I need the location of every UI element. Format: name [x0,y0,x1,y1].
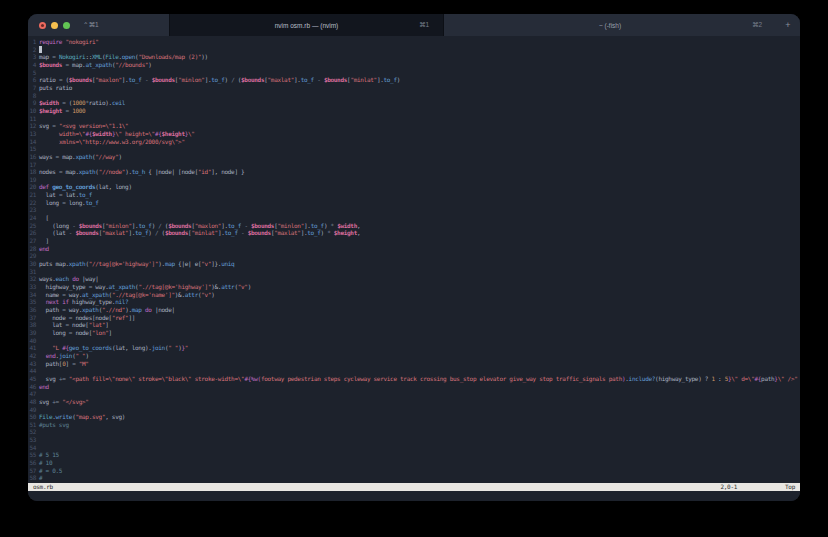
line-number: 10 [28,107,36,115]
line-number: 49 [28,406,36,414]
tab-nvim[interactable]: nvim osm.rb — (nvim) ⌘1 [170,14,443,36]
code-line: 37 node = nodes[node["ref"]] [28,314,800,322]
code-line: 46end [28,383,800,391]
line-number: 17 [28,161,36,169]
code-line: 41 "L #{geo_to_coords(lat, long).join(" … [28,344,800,352]
line-number: 35 [28,298,36,306]
line-number: 50 [28,413,36,421]
line-number: 57 [28,467,36,475]
code-line: 39 long = node["lon"] [28,329,800,337]
code-line: 45 svg += "<path fill=\"none\" stroke=\"… [28,375,800,383]
line-number: 14 [28,138,36,146]
code-line: 34 name = way.at_xpath(".//tag[@k='name'… [28,291,800,299]
tab-shortcut-label: ⌘2 [752,21,762,29]
line-number: 46 [28,383,36,391]
line-number: 18 [28,168,36,176]
close-window-button[interactable] [39,22,46,29]
code-line: 28end [28,245,800,253]
code-line: 27 ] [28,237,800,245]
line-number: 43 [28,360,36,368]
code-line: 14 xmlns=\"http://www.w3.org/2000/svg\">… [28,138,800,146]
text-cursor [39,46,42,53]
code-line: 43 path[0] = "M" [28,360,800,368]
code-line: 3map = Nokogiri::XML(File.open("Download… [28,53,800,61]
terminal-window: ⌃⌘1 nvim osm.rb — (nvim) ⌘1 ~ (-fish) ⌘2… [28,14,800,501]
tab-fish[interactable]: ~ (-fish) ⌘2 [443,14,776,36]
line-number: 11 [28,115,36,123]
vim-command-line[interactable] [28,491,800,501]
code-editor[interactable]: 1require "nokogiri"2 3map = Nokogiri::XM… [28,36,800,483]
statusline-scroll-indicator: Top [785,483,795,491]
line-number: 44 [28,367,36,375]
code-line: 22 long = long.to_f [28,199,800,207]
code-line: 16ways = map.xpath("//way") [28,153,800,161]
code-line: 1require "nokogiri" [28,38,800,46]
minimize-window-button[interactable] [51,22,58,29]
line-number: 51 [28,421,36,429]
code-line: 5 [28,69,800,77]
line-number: 36 [28,306,36,314]
code-line: 29 [28,252,800,260]
line-number: 37 [28,314,36,322]
line-number: 47 [28,390,36,398]
line-number: 28 [28,245,36,253]
line-number: 6 [28,76,36,84]
line-number: 13 [28,130,36,138]
code-line: 10$height = 1000 [28,107,800,115]
line-number: 24 [28,214,36,222]
code-line: 58# [28,474,800,482]
statusline-filename: osm.rb [33,483,53,491]
zoom-window-button[interactable] [63,22,70,29]
code-line: 2 [28,46,800,54]
code-line: 7puts ratio [28,84,800,92]
line-number: 55 [28,451,36,459]
code-line: 18nodes = map.xpath("//node").to_h { |no… [28,168,800,176]
code-line: 57# = 0.5 [28,467,800,475]
code-line: 26 (lat - $bounds["maxlat"].to_f) / ($bo… [28,229,800,237]
code-line: 30puts map.xpath("//tag[@k='highway']").… [28,260,800,268]
line-number: 2 [28,46,36,54]
code-line: 52 [28,428,800,436]
code-line: 47 [28,390,800,398]
tab-bar: ⌃⌘1 nvim osm.rb — (nvim) ⌘1 ~ (-fish) ⌘2… [28,14,800,36]
line-number: 31 [28,268,36,276]
code-line: 21 lat = lat.to_f [28,191,800,199]
code-line: 54 [28,444,800,452]
line-number: 1 [28,38,36,46]
line-number: 20 [28,183,36,191]
line-number: 15 [28,145,36,153]
code-line: 4$bounds = map.at_xpath("//bounds") [28,61,800,69]
code-line: 17 [28,161,800,169]
line-number: 23 [28,206,36,214]
code-line: 20def geo_to_coords(lat, long) [28,183,800,191]
line-number: 26 [28,229,36,237]
code-line: 23 [28,206,800,214]
line-number: 3 [28,53,36,61]
line-number: 30 [28,260,36,268]
code-line: 56# 10 [28,459,800,467]
code-line: 6ratio = ($bounds["maxlon"].to_f - $boun… [28,76,800,84]
line-number: 45 [28,375,36,383]
line-number: 9 [28,99,36,107]
line-number: 19 [28,176,36,184]
line-number: 25 [28,222,36,230]
code-line: 42 end.join(" ") [28,352,800,360]
code-line: 32ways.each do |way| [28,275,800,283]
line-number: 4 [28,61,36,69]
line-number: 33 [28,283,36,291]
line-number: 29 [28,252,36,260]
code-line: 8 [28,92,800,100]
new-tab-button[interactable]: + [776,14,800,36]
vim-statusline: osm.rb 2,0-1 Top [28,483,800,491]
code-line: 38 lat = node["lat"] [28,321,800,329]
line-number: 52 [28,428,36,436]
line-number: 38 [28,321,36,329]
code-line: 25 (long - $bounds["minlon"].to_f) / ($b… [28,222,800,230]
code-line: 53 [28,436,800,444]
line-number: 27 [28,237,36,245]
line-number: 56 [28,459,36,467]
line-number: 22 [28,199,36,207]
code-line: 40 [28,337,800,345]
code-line: 12svg = "<svg version=\"1.1\" [28,122,800,130]
line-number: 32 [28,275,36,283]
